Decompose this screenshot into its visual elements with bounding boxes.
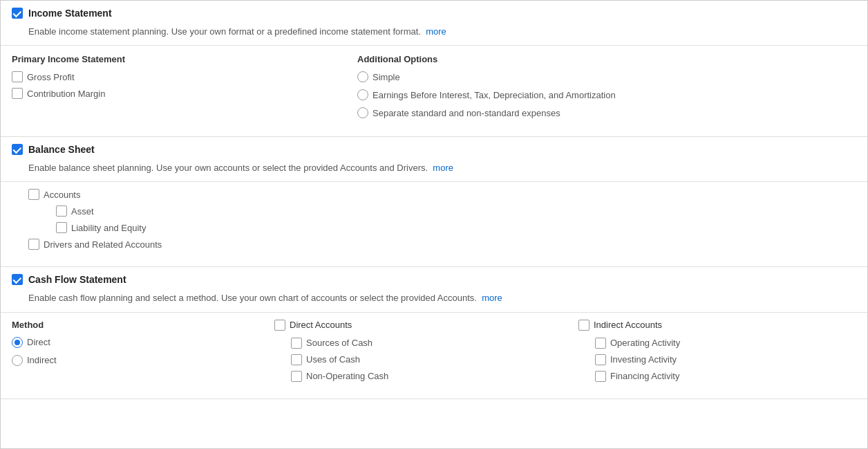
sources-of-cash-item: Sources of Cash — [291, 338, 578, 349]
separate-expenses-label: Separate standard and non-standard expen… — [372, 108, 560, 118]
indirect-method-label: Indirect — [27, 355, 57, 365]
balance-sheet-checkbox[interactable] — [12, 144, 23, 155]
income-statement-description: Enable income statement planning. Use yo… — [1, 26, 867, 45]
contribution-margin-item: Contribution Margin — [12, 88, 357, 99]
cash-flow-description: Enable cash flow planning and select a m… — [1, 292, 867, 311]
accounts-checkbox[interactable] — [28, 189, 39, 200]
income-statement-section: Income Statement Enable income statement… — [1, 1, 867, 137]
gross-profit-item: Gross Profit — [12, 71, 357, 82]
non-operating-cash-checkbox[interactable] — [291, 371, 302, 382]
simple-option-item: Simple — [357, 71, 856, 82]
income-statement-more-link[interactable]: more — [426, 26, 446, 37]
balance-sheet-content: Accounts Asset Liability and Equity Driv… — [1, 182, 867, 266]
gross-profit-checkbox[interactable] — [12, 71, 23, 82]
additional-options-title: Additional Options — [357, 54, 856, 64]
operating-activity-label: Operating Activity — [610, 338, 680, 348]
accounts-label: Accounts — [44, 190, 80, 200]
balance-sheet-section: Balance Sheet Enable balance sheet plann… — [1, 137, 867, 267]
liability-equity-checkbox[interactable] — [56, 222, 67, 233]
gross-profit-label: Gross Profit — [27, 72, 75, 82]
operating-activity-checkbox[interactable] — [595, 338, 606, 349]
balance-sheet-title: Balance Sheet — [28, 144, 95, 155]
direct-accounts-checkbox[interactable] — [274, 320, 285, 331]
income-statement-checkbox[interactable] — [12, 8, 23, 19]
asset-checkbox[interactable] — [56, 205, 67, 217]
direct-method-label: Direct — [27, 337, 50, 347]
asset-item: Asset — [56, 205, 856, 217]
page-container: Income Statement Enable income statement… — [0, 0, 868, 449]
indirect-accounts-column: Indirect Accounts Operating Activity Inv… — [578, 320, 856, 387]
cash-flow-header: Cash Flow Statement — [1, 267, 867, 292]
indirect-accounts-header-item: Indirect Accounts — [578, 320, 856, 331]
contribution-margin-checkbox[interactable] — [12, 88, 23, 99]
non-operating-cash-item: Non-Operating Cash — [291, 371, 578, 382]
balance-sheet-more-link[interactable]: more — [433, 163, 453, 173]
ebitda-label: Earnings Before Interest, Tax, Depreciat… — [372, 90, 616, 100]
balance-sheet-description: Enable balance sheet planning. Use your … — [1, 162, 867, 181]
income-statement-content: Primary Income Statement Gross Profit Co… — [1, 46, 867, 136]
indirect-accounts-title: Indirect Accounts — [594, 320, 662, 330]
simple-label: Simple — [372, 72, 400, 82]
primary-income-title: Primary Income Statement — [12, 54, 357, 64]
balance-sheet-header: Balance Sheet — [1, 137, 867, 162]
cash-flow-content: Method Direct Indirect Direct Accounts — [1, 313, 867, 398]
indirect-method-item: Indirect — [12, 355, 274, 366]
asset-label: Asset — [71, 206, 94, 217]
income-statement-title: Income Statement — [28, 8, 112, 19]
ebitda-option-item: Earnings Before Interest, Tax, Depreciat… — [357, 89, 856, 100]
cash-flow-section: Cash Flow Statement Enable cash flow pla… — [1, 267, 867, 398]
financing-activity-label: Financing Activity — [610, 371, 679, 381]
financing-activity-checkbox[interactable] — [595, 371, 606, 382]
indirect-method-radio[interactable] — [12, 355, 23, 366]
ebitda-radio[interactable] — [357, 89, 368, 100]
income-statement-header: Income Statement — [1, 1, 867, 26]
uses-of-cash-label: Uses of Cash — [306, 354, 360, 365]
liability-equity-label: Liability and Equity — [71, 223, 146, 233]
investing-activity-label: Investing Activity — [610, 354, 677, 365]
sources-of-cash-label: Sources of Cash — [306, 338, 372, 348]
contribution-margin-label: Contribution Margin — [27, 89, 105, 99]
uses-of-cash-item: Uses of Cash — [291, 354, 578, 365]
indirect-accounts-checkbox[interactable] — [578, 320, 589, 331]
liability-equity-item: Liability and Equity — [56, 222, 856, 233]
direct-method-radio[interactable] — [12, 337, 23, 348]
drivers-related-accounts-label: Drivers and Related Accounts — [44, 239, 162, 250]
direct-accounts-title: Direct Accounts — [290, 320, 352, 330]
drivers-related-accounts-item: Drivers and Related Accounts — [28, 239, 856, 250]
accounts-item: Accounts — [28, 189, 856, 200]
investing-activity-item: Investing Activity — [595, 354, 856, 365]
direct-accounts-column: Direct Accounts Sources of Cash Uses of … — [274, 320, 578, 387]
uses-of-cash-checkbox[interactable] — [291, 354, 302, 365]
cash-flow-more-link[interactable]: more — [482, 293, 502, 303]
operating-activity-item: Operating Activity — [595, 338, 856, 349]
sources-of-cash-checkbox[interactable] — [291, 338, 302, 349]
separate-expenses-option-item: Separate standard and non-standard expen… — [357, 107, 856, 118]
method-title: Method — [12, 320, 274, 330]
non-operating-cash-label: Non-Operating Cash — [306, 371, 388, 381]
direct-accounts-header-item: Direct Accounts — [274, 320, 578, 331]
cash-flow-title: Cash Flow Statement — [28, 274, 126, 285]
investing-activity-checkbox[interactable] — [595, 354, 606, 365]
additional-options-column: Additional Options Simple Earnings Befor… — [357, 54, 856, 125]
financing-activity-item: Financing Activity — [595, 371, 856, 382]
drivers-related-accounts-checkbox[interactable] — [28, 239, 39, 250]
method-column: Method Direct Indirect — [12, 320, 274, 387]
separate-expenses-radio[interactable] — [357, 107, 368, 118]
direct-method-item: Direct — [12, 337, 274, 348]
primary-income-column: Primary Income Statement Gross Profit Co… — [12, 54, 357, 125]
cash-flow-checkbox[interactable] — [12, 274, 23, 285]
simple-radio[interactable] — [357, 71, 368, 82]
